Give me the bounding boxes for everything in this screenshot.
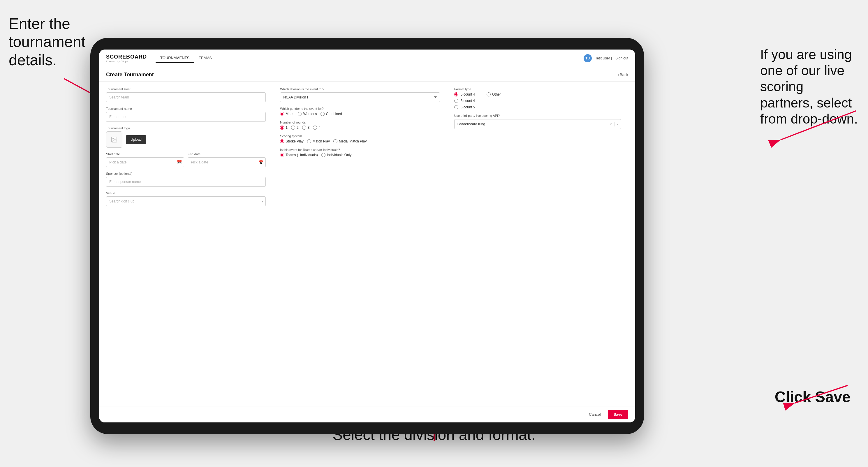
live-scoring-dropdown-icon[interactable]: ▾: [617, 123, 618, 126]
navbar-tabs: TOURNAMENTS TEAMS: [156, 53, 584, 63]
scoring-group: Scoring system Stroke Play Match Play Me…: [280, 134, 440, 143]
format-type-group: Format type 5 count 4 6 count 4: [454, 87, 621, 109]
division-label: Which division is the event for?: [280, 87, 440, 91]
create-tournament-form: Create Tournament ‹ Back Tournament Host…: [99, 67, 635, 423]
navbar: SCOREBOARD Powered by Clippit TOURNAMENT…: [99, 50, 635, 67]
form-col-2: Which division is the event for? NCAA Di…: [280, 87, 447, 400]
cancel-button[interactable]: Cancel: [585, 410, 604, 419]
calendar-icon-start: 📅: [177, 160, 182, 165]
tournament-host-label: Tournament Host: [106, 87, 266, 91]
annotation-bottom-right: Click Save: [775, 388, 850, 406]
form-col-1: Tournament Host Tournament name Tourname…: [106, 87, 273, 400]
logo-sub-text: Powered by Clippit: [106, 60, 147, 63]
annotation-top-left: Enter the tournament details.: [9, 14, 90, 69]
calendar-icon-end: 📅: [258, 160, 264, 165]
format-type-label: Format type: [454, 87, 621, 91]
back-link[interactable]: ‹ Back: [617, 72, 628, 77]
venue-group: Venue Search golf club ▾: [106, 191, 266, 206]
format-options-left: 5 count 4 6 count 4 6 count 5: [454, 92, 475, 109]
end-date-wrapper: 📅: [188, 157, 266, 167]
tournament-logo-group: Tournament logo Upload: [106, 126, 266, 148]
form-col-3: Format type 5 count 4 6 count 4: [454, 87, 628, 400]
live-scoring-section: Use third-party live scoring API? Leader…: [454, 114, 621, 129]
round-3[interactable]: 3: [302, 126, 310, 130]
gender-label: Which gender is the event for?: [280, 107, 440, 111]
scoring-stroke-play[interactable]: Stroke Play: [280, 139, 303, 143]
format-5count4[interactable]: 5 count 4: [454, 92, 475, 96]
gender-combined[interactable]: Combined: [320, 112, 342, 116]
start-date-label: Start date: [106, 152, 184, 156]
user-name: Test User |: [595, 56, 612, 60]
start-date-wrapper: 📅: [106, 157, 184, 167]
event-type-label: Is this event for Teams and/or Individua…: [280, 148, 440, 152]
venue-select-wrapper: Search golf club ▾: [106, 196, 266, 206]
event-individuals[interactable]: Individuals Only: [321, 153, 352, 157]
sponsor-label: Sponsor (optional): [106, 172, 266, 176]
logo-main-text: SCOREBOARD: [106, 54, 147, 60]
event-type-radio-group: Teams (+Individuals) Individuals Only: [280, 153, 440, 157]
live-scoring-label: Use third-party live scoring API?: [454, 114, 621, 117]
end-date-label: End date: [188, 152, 266, 156]
upload-button[interactable]: Upload: [126, 135, 146, 144]
tournament-logo-label: Tournament logo: [106, 126, 266, 130]
logo-upload-area: Upload: [106, 131, 266, 148]
format-6count5[interactable]: 6 count 5: [454, 105, 475, 109]
round-2[interactable]: 2: [291, 126, 299, 130]
division-select[interactable]: NCAA Division I: [280, 92, 440, 102]
event-teams[interactable]: Teams (+Individuals): [280, 153, 318, 157]
tablet-frame: SCOREBOARD Powered by Clippit TOURNAMENT…: [90, 38, 644, 434]
sponsor-group: Sponsor (optional): [106, 172, 266, 187]
scoring-medal-match-play[interactable]: Medal Match Play: [333, 139, 367, 143]
form-body: Tournament Host Tournament name Tourname…: [99, 82, 635, 406]
tab-teams[interactable]: TEAMS: [194, 53, 216, 63]
gender-womens[interactable]: Womens: [298, 112, 317, 116]
end-date-input[interactable]: [188, 157, 266, 167]
sponsor-input[interactable]: [106, 177, 266, 187]
scoring-match-play[interactable]: Match Play: [307, 139, 330, 143]
date-group: Start date 📅 End date 📅: [106, 152, 266, 167]
start-date-input[interactable]: [106, 157, 184, 167]
live-scoring-controls: × | ▾: [610, 122, 618, 127]
format-other-wrapper: Other: [487, 92, 501, 96]
venue-label: Venue: [106, 191, 266, 195]
tournament-host-group: Tournament Host: [106, 87, 266, 102]
gender-group: Which gender is the event for? Mens Wome…: [280, 107, 440, 116]
user-avatar: TU: [584, 54, 592, 62]
form-header: Create Tournament ‹ Back: [99, 67, 635, 82]
tablet-screen: SCOREBOARD Powered by Clippit TOURNAMENT…: [99, 50, 635, 423]
round-1[interactable]: 1: [280, 126, 287, 130]
round-4[interactable]: 4: [313, 126, 320, 130]
live-scoring-clear-icon[interactable]: ×: [610, 122, 612, 126]
tournament-name-input[interactable]: [106, 112, 266, 122]
form-footer: Cancel Save: [99, 406, 635, 423]
tournament-host-input[interactable]: [106, 92, 266, 102]
tab-tournaments[interactable]: TOURNAMENTS: [156, 53, 194, 63]
save-button[interactable]: Save: [608, 410, 628, 419]
rounds-radio-group: 1 2 3 4: [280, 126, 440, 130]
tournament-name-group: Tournament name: [106, 107, 266, 122]
rounds-group: Number of rounds 1 2 3: [280, 121, 440, 130]
event-type-group: Is this event for Teams and/or Individua…: [280, 148, 440, 157]
navbar-right: TU Test User | Sign out: [584, 54, 628, 62]
app-logo: SCOREBOARD Powered by Clippit: [106, 54, 147, 63]
form-title: Create Tournament: [106, 72, 154, 78]
live-scoring-select[interactable]: Leaderboard King × | ▾: [454, 119, 621, 129]
scoring-radio-group: Stroke Play Match Play Medal Match Play: [280, 139, 440, 143]
gender-mens[interactable]: Mens: [280, 112, 294, 116]
division-group: Which division is the event for? NCAA Di…: [280, 87, 440, 102]
format-6count4[interactable]: 6 count 4: [454, 99, 475, 103]
gender-radio-group: Mens Womens Combined: [280, 112, 440, 116]
annotation-top-right: If you are using one of our live scoring…: [760, 46, 859, 127]
rounds-label: Number of rounds: [280, 121, 440, 124]
sign-out-link[interactable]: Sign out: [615, 56, 628, 60]
logo-placeholder: [106, 131, 122, 148]
scoring-label: Scoring system: [280, 134, 440, 138]
svg-point-9: [113, 138, 114, 139]
venue-select[interactable]: Search golf club: [106, 196, 266, 206]
live-scoring-value: Leaderboard King: [458, 122, 485, 126]
tournament-name-label: Tournament name: [106, 107, 266, 111]
format-other[interactable]: Other: [487, 92, 501, 96]
